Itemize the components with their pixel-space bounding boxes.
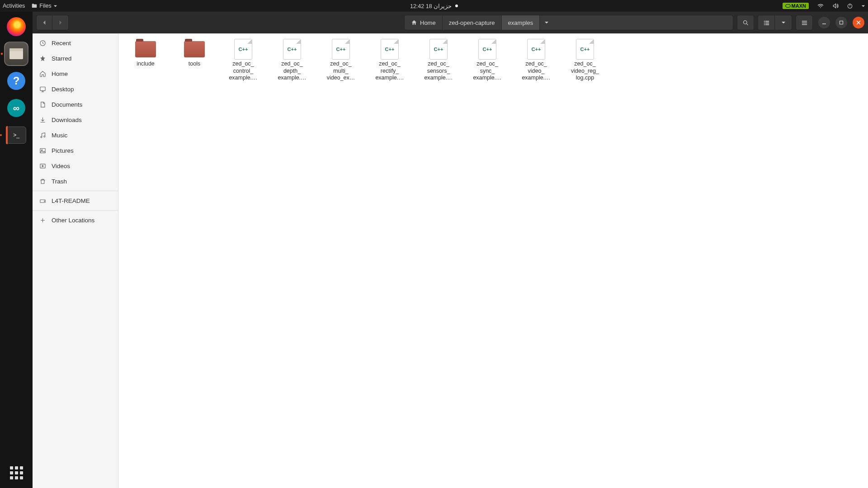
- file-item[interactable]: C++ zed_oc_ depth_ example.…: [273, 40, 311, 82]
- home-icon: [411, 19, 417, 26]
- file-item[interactable]: C++ zed_oc_ video_ example.…: [517, 40, 555, 82]
- clock-text: 12:42 18 حزيران: [410, 3, 452, 9]
- breadcrumb-segment[interactable]: zed-open-capture: [443, 15, 502, 30]
- dock-app-terminal[interactable]: >_: [4, 123, 28, 147]
- show-applications-button[interactable]: [7, 464, 25, 482]
- path-menu-button[interactable]: [540, 20, 553, 25]
- list-view-button[interactable]: [758, 15, 775, 30]
- breadcrumb-home[interactable]: Home: [405, 15, 443, 30]
- chevron-down-icon: [544, 20, 549, 25]
- svg-rect-4: [764, 22, 764, 23]
- file-item[interactable]: include: [127, 40, 165, 82]
- sidebar-item-pictures[interactable]: Pictures: [33, 143, 118, 158]
- gpu-mode-badge[interactable]: MAXN: [783, 3, 809, 9]
- svg-rect-7: [765, 24, 769, 25]
- sidebar-item-label: Documents: [52, 101, 82, 108]
- pictures-icon: [39, 147, 46, 154]
- cpp-file-icon: C++: [576, 39, 594, 60]
- breadcrumb-label: examples: [508, 19, 533, 26]
- minimize-button[interactable]: [818, 17, 830, 28]
- sidebar-item-downloads[interactable]: Downloads: [33, 112, 118, 127]
- file-label: zed_oc_ sensors_ example.…: [424, 61, 453, 82]
- sidebar-item-label: Pictures: [52, 147, 74, 154]
- file-item[interactable]: C++ zed_oc_ control_ example.…: [224, 40, 262, 82]
- sidebar-item-trash[interactable]: Trash: [33, 174, 118, 189]
- sidebar-item-starred[interactable]: Starred: [33, 51, 118, 66]
- sidebar-item-recent[interactable]: Recent: [33, 35, 118, 51]
- close-button[interactable]: [853, 17, 864, 28]
- app-menu-label: Files: [39, 3, 51, 9]
- star-icon: [39, 55, 46, 62]
- file-item[interactable]: C++ zed_oc_ multi_ video_ex…: [322, 40, 360, 82]
- cpp-file-icon: C++: [527, 39, 545, 60]
- dock-app-arduino[interactable]: ∞: [4, 96, 28, 120]
- breadcrumb-current[interactable]: examples: [502, 15, 540, 30]
- cpp-file-icon: C++: [283, 39, 301, 60]
- chevron-down-icon[interactable]: [861, 4, 865, 8]
- cpp-file-icon: C++: [381, 39, 399, 60]
- app-menu-files[interactable]: Files: [31, 3, 57, 9]
- view-options-button[interactable]: [775, 15, 792, 30]
- svg-rect-10: [802, 24, 807, 25]
- file-label: zed_oc_ video_reg_ log.cpp: [571, 61, 599, 82]
- svg-rect-14: [40, 87, 45, 90]
- file-item[interactable]: C++ zed_oc_ sensors_ example.…: [420, 40, 458, 82]
- main-menu-button[interactable]: [796, 15, 813, 30]
- file-item[interactable]: C++ zed_oc_ sync_ example.…: [468, 40, 506, 82]
- file-label: zed_oc_ rectify_ example.…: [375, 61, 404, 82]
- drive-icon: [39, 197, 46, 204]
- sidebar-item-label: Other Locations: [52, 217, 94, 224]
- volume-icon[interactable]: [832, 3, 839, 9]
- desktop-icon: [39, 85, 46, 93]
- trash-icon: [39, 178, 46, 185]
- dock-app-help[interactable]: ?: [4, 69, 28, 93]
- sidebar-item-label: L4T-README: [52, 197, 90, 204]
- cpp-file-icon: C++: [429, 39, 448, 60]
- sidebar-item-music[interactable]: Music: [33, 127, 118, 143]
- svg-rect-6: [764, 24, 764, 25]
- file-label: zed_oc_ control_ example.…: [229, 61, 257, 82]
- chevron-down-icon: [53, 4, 57, 8]
- folder-icon: [31, 3, 38, 9]
- arduino-icon: ∞: [7, 99, 25, 117]
- file-label: include: [137, 61, 155, 68]
- dock-app-firefox[interactable]: [4, 14, 28, 39]
- sidebar-item-documents[interactable]: Documents: [33, 97, 118, 112]
- list-icon: [763, 19, 770, 26]
- file-grid[interactable]: include tools C++ zed_oc_ control_ examp…: [118, 33, 868, 488]
- search-button[interactable]: [737, 15, 754, 30]
- sidebar: Recent Starred Home Desktop Documents Do…: [33, 33, 118, 488]
- back-button[interactable]: [36, 15, 52, 30]
- forward-button[interactable]: [52, 15, 69, 30]
- sidebar-item-videos[interactable]: Videos: [33, 158, 118, 174]
- clock[interactable]: 12:42 18 حزيران: [410, 3, 458, 9]
- minimize-icon: [822, 20, 826, 25]
- sidebar-other-locations[interactable]: Other Locations: [33, 212, 118, 228]
- sidebar-item-label: Music: [52, 132, 67, 139]
- sidebar-item-label: Starred: [52, 55, 71, 62]
- folder-icon: [135, 41, 156, 57]
- activities-button[interactable]: Activities: [3, 3, 25, 9]
- chevron-right-icon: [58, 20, 63, 25]
- chevron-left-icon: [42, 20, 47, 25]
- headerbar: Home zed-open-capture examples: [33, 12, 868, 33]
- sidebar-item-home[interactable]: Home: [33, 66, 118, 81]
- dock-app-files[interactable]: [4, 42, 28, 66]
- file-item[interactable]: C++ zed_oc_ rectify_ example.…: [371, 40, 409, 82]
- sidebar-device[interactable]: L4T-README: [33, 193, 118, 208]
- maximize-button[interactable]: [835, 17, 847, 28]
- file-label: tools: [189, 61, 200, 68]
- clock-icon: [39, 39, 46, 47]
- dock: ? ∞ >_: [0, 12, 33, 488]
- svg-rect-2: [764, 21, 764, 22]
- sidebar-item-label: Trash: [52, 178, 67, 185]
- file-item[interactable]: C++ zed_oc_ video_reg_ log.cpp: [566, 40, 604, 82]
- cpp-file-icon: C++: [332, 39, 350, 60]
- maximize-icon: [839, 20, 844, 25]
- sidebar-item-desktop[interactable]: Desktop: [33, 81, 118, 97]
- svg-rect-12: [840, 21, 843, 24]
- file-item[interactable]: tools: [175, 40, 213, 82]
- breadcrumb-label: Home: [420, 19, 436, 26]
- power-icon[interactable]: [847, 3, 853, 9]
- wifi-icon[interactable]: [817, 3, 824, 9]
